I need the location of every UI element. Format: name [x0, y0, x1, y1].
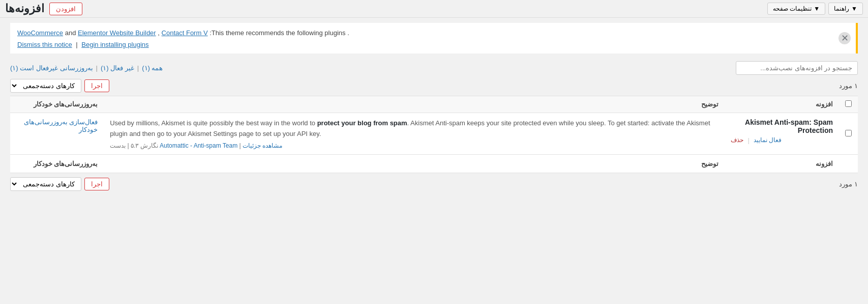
bulk-bottom-select[interactable]: کارهای دسته‌جمعی [10, 177, 81, 191]
notice-sep: | [76, 41, 79, 48]
table-footer-row: افزونهتوضیحبه‌روزرسانی‌های خودکار [10, 155, 858, 173]
col-header-description: توضیح [104, 96, 725, 113]
row-checkbox-cell [839, 113, 858, 155]
search-box [736, 61, 858, 75]
notice-link-elementor[interactable]: Elementor Website Builder [78, 29, 156, 37]
notice-text: WooCommerce and Elementor Website Builde… [17, 28, 849, 39]
plugin-description: Used by millions, Akismet is quite possi… [110, 118, 719, 140]
col-header-plugin: افزونه [725, 96, 839, 113]
col-header-checkbox [839, 96, 858, 113]
plugin-author-link[interactable]: Automattic - Anti-spam Team [160, 142, 237, 149]
begin-installing-link[interactable]: Begin installing plugins [81, 41, 148, 48]
notice-link-contactform[interactable]: Contact Form V [162, 29, 208, 37]
col-header-auto-update: به‌روزرسانی‌های خودکار [10, 96, 104, 113]
dismiss-notice-link[interactable]: Dismiss this notice [17, 41, 72, 48]
notice-box: ✕ WooCommerce and Elementor Website Buil… [10, 23, 858, 53]
select-all-checkbox[interactable] [845, 100, 852, 107]
footer-description-cell: توضیح [104, 155, 725, 173]
notice-links: Dismiss this notice | Begin installing p… [17, 41, 849, 48]
guide-button[interactable]: ▼ راهنما [828, 3, 863, 15]
plugin-details-link[interactable]: مشاهده جزئیات [243, 142, 282, 149]
action-separator: | [747, 136, 749, 144]
bulk-top-apply-button[interactable]: اجرا [84, 79, 109, 92]
bulk-bottom-count: ۱ مورد [839, 180, 858, 188]
row-checkbox[interactable] [845, 130, 852, 136]
footer-auto-update-cell: به‌روزرسانی‌های خودکار [10, 155, 104, 173]
filter-sep1: | [137, 64, 139, 72]
notice-comma: , [158, 29, 161, 37]
settings-label: تنظیمات صفحه [773, 5, 812, 12]
filter-bar: همه (۱) | غیر فعال (۱) | به‌روزرسانی غیر… [10, 61, 858, 75]
filter-all-link[interactable]: همه (۱) [142, 64, 163, 72]
plugin-description-cell: Used by millions, Akismet is quite possi… [104, 113, 725, 155]
footer-plugin-cell: افزونه [725, 155, 839, 173]
filter-inactive-link[interactable]: غیر فعال (۱) [101, 64, 134, 72]
plugin-name: Akismet Anti-spam: Spam Protection [731, 118, 833, 134]
top-bar: ▼ راهنما ▼ تنظیمات صفحه افزودن افزونه‌ها [0, 0, 868, 18]
filter-auto-update-link[interactable]: به‌روزرسانی غیرفعال است (۱) [10, 64, 93, 72]
main-content: ✕ WooCommerce and Elementor Website Buil… [0, 18, 868, 196]
guide-label: راهنما [834, 5, 849, 12]
guide-chevron-icon: ▼ [851, 5, 857, 12]
bulk-top-bar: ۱ مورد اجرا کارهای دسته‌جمعی [10, 79, 858, 93]
plugin-auto-update-cell: فعال‌سازی به‌روزرسانی‌های خودکار [10, 113, 104, 155]
bulk-bottom-apply-button[interactable]: اجرا [84, 178, 109, 190]
plugin-action-delete[interactable]: حذف [731, 136, 743, 144]
notice-and: and [65, 29, 78, 37]
filter-sep2: | [96, 64, 98, 72]
search-input[interactable] [736, 61, 858, 75]
footer-checkbox-cell [839, 155, 858, 173]
filter-links: همه (۱) | غیر فعال (۱) | به‌روزرسانی غیر… [10, 64, 163, 72]
settings-chevron-icon: ▼ [814, 5, 820, 12]
notice-dot: . [347, 29, 349, 37]
bulk-top-select[interactable]: کارهای دسته‌جمعی [10, 79, 81, 93]
plugins-table: افزونه توضیح به‌روزرسانی‌های خودکار Akis… [10, 96, 858, 174]
plugin-action-activate[interactable]: فعال نمایید [754, 136, 782, 144]
notice-link-woocommerce[interactable]: WooCommerce [17, 29, 63, 37]
table-header-row: افزونه توضیح به‌روزرسانی‌های خودکار [10, 96, 858, 113]
notice-text-main: :This theme recommends the following plu… [209, 29, 345, 37]
bulk-top-count: ۱ مورد [839, 82, 858, 90]
settings-button[interactable]: ▼ تنظیمات صفحه [767, 3, 825, 15]
enable-auto-update-link[interactable]: فعال‌سازی به‌روزرسانی‌های خودکار [24, 118, 98, 133]
bulk-top-right: اجرا کارهای دسته‌جمعی [10, 79, 109, 93]
plugin-meta: نگارش ۵.۳ | بدست Automattic - Anti-spam … [110, 142, 719, 149]
bulk-bottom-right: اجرا کارهای دسته‌جمعی [10, 177, 109, 191]
notice-close-button[interactable]: ✕ [839, 32, 851, 44]
plugin-name-cell: Akismet Anti-spam: Spam Protectionفعال ن… [725, 113, 839, 155]
table-row: Akismet Anti-spam: Spam Protectionفعال ن… [10, 113, 858, 155]
top-bar-right: افزودن افزونه‌ها [5, 2, 82, 15]
top-bar-left: ▼ راهنما ▼ تنظیمات صفحه [767, 3, 863, 15]
page-title: افزونه‌ها [5, 2, 44, 15]
add-new-button[interactable]: افزودن [49, 3, 82, 15]
bulk-bottom-bar: ۱ مورد اجرا کارهای دسته‌جمعی [10, 177, 858, 191]
plugin-actions: فعال نمایید|حذف [731, 136, 833, 144]
